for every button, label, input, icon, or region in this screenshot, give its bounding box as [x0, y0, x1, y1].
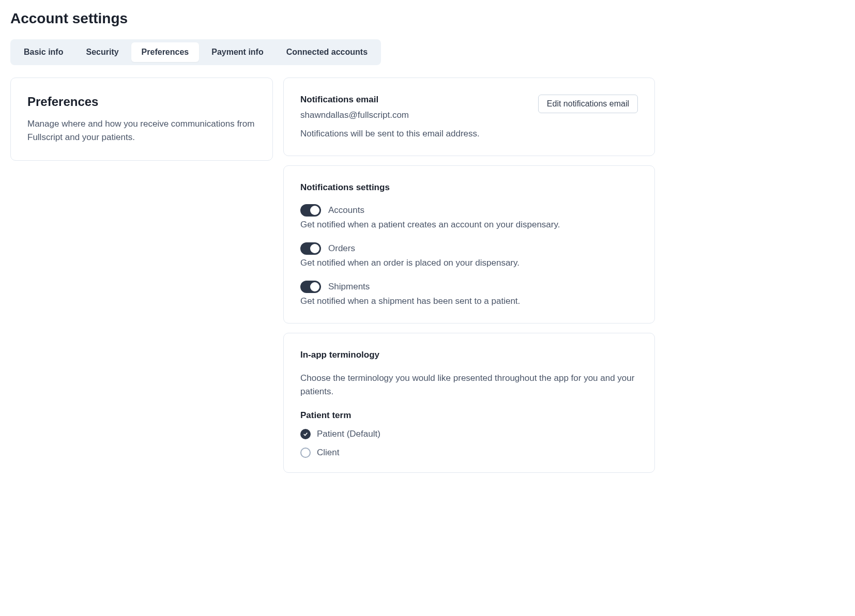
toggle-accounts[interactable] — [300, 204, 321, 217]
toggle-knob — [310, 206, 319, 215]
radio-patient-label: Patient (Default) — [317, 429, 380, 439]
patient-term-title: Patient term — [300, 410, 638, 421]
notifications-email-value: shawndallas@fullscript.com — [300, 110, 409, 120]
terminology-title: In-app terminology — [300, 350, 638, 360]
preferences-intro-title: Preferences — [27, 95, 256, 109]
page-title: Account settings — [10, 10, 845, 27]
toggle-shipments-label: Shipments — [328, 282, 370, 292]
tab-security[interactable]: Security — [75, 42, 129, 62]
radio-circle-unchecked — [300, 448, 311, 458]
notifications-email-card: Notifications email shawndallas@fullscri… — [283, 78, 655, 156]
tab-connected-accounts[interactable]: Connected accounts — [276, 42, 378, 62]
radio-client-label: Client — [317, 448, 339, 458]
notifications-email-description: Notifications will be sent to this email… — [300, 129, 638, 139]
radio-circle-checked — [300, 429, 311, 439]
toggle-accounts-label: Accounts — [328, 205, 364, 215]
toggle-group-accounts: Accounts Get notified when a patient cre… — [300, 204, 638, 230]
toggle-accounts-description: Get notified when a patient creates an a… — [300, 220, 638, 230]
toggle-group-orders: Orders Get notified when an order is pla… — [300, 242, 638, 268]
radio-patient-default[interactable]: Patient (Default) — [300, 429, 638, 439]
terminology-card: In-app terminology Choose the terminolog… — [283, 333, 655, 473]
radio-client[interactable]: Client — [300, 448, 638, 458]
tab-preferences[interactable]: Preferences — [131, 42, 200, 62]
edit-notifications-email-button[interactable]: Edit notifications email — [538, 95, 638, 113]
tab-payment-info[interactable]: Payment info — [201, 42, 273, 62]
check-icon — [303, 432, 308, 437]
toggle-knob — [310, 244, 319, 253]
preferences-intro-description: Manage where and how you receive communi… — [27, 117, 256, 144]
toggle-orders-description: Get notified when an order is placed on … — [300, 258, 638, 268]
notifications-settings-title: Notifications settings — [300, 182, 638, 193]
tab-basic-info[interactable]: Basic info — [13, 42, 73, 62]
toggle-group-shipments: Shipments Get notified when a shipment h… — [300, 281, 638, 306]
terminology-description: Choose the terminology you would like pr… — [300, 372, 638, 398]
toggle-knob — [310, 282, 319, 291]
tabs-nav: Basic info Security Preferences Payment … — [10, 39, 381, 65]
toggle-orders[interactable] — [300, 242, 321, 255]
notifications-settings-card: Notifications settings Accounts Get noti… — [283, 165, 655, 324]
toggle-shipments-description: Get notified when a shipment has been se… — [300, 296, 638, 306]
toggle-orders-label: Orders — [328, 243, 355, 254]
notifications-email-title: Notifications email — [300, 95, 409, 105]
toggle-shipments[interactable] — [300, 281, 321, 293]
preferences-intro-card: Preferences Manage where and how you rec… — [10, 78, 273, 161]
